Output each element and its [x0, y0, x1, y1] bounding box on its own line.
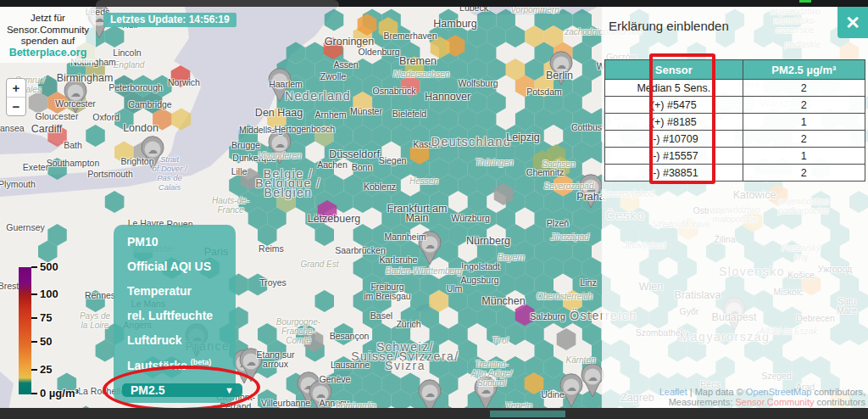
map-label: Besançon	[330, 332, 370, 341]
donation-text: Jetzt für	[0, 13, 96, 25]
map-label: Peterborough	[108, 83, 163, 92]
map-label: Nederland	[285, 92, 351, 101]
leaflet-link[interactable]: Leaflet	[659, 387, 687, 397]
table-row[interactable]: (+) #54752	[605, 97, 865, 114]
map-label: Bayern	[498, 253, 525, 262]
menu-selected-pm25[interactable]: PM2.5 ▼	[122, 383, 242, 397]
map-label: Middelburg	[239, 126, 283, 135]
map-label: Osnabrück	[373, 87, 416, 96]
map-label: Annecy	[319, 399, 348, 408]
map-label: Southampton	[47, 159, 99, 168]
selected-layer-label: PM2.5	[131, 383, 164, 397]
map-label: Guernsey	[6, 223, 45, 232]
map-label: Nürnberg	[466, 237, 510, 246]
map-label: Portsmouth	[87, 170, 133, 179]
map-label: Exeter	[23, 163, 48, 172]
zoom-in-button[interactable]: +	[7, 79, 25, 98]
map-label: Brugge	[231, 141, 260, 150]
menu-item-pm10[interactable]: PM10	[127, 235, 229, 249]
map-label: Bath	[64, 141, 82, 150]
map-label: Wolfsburg	[458, 79, 498, 88]
map-label: Haarlem	[269, 80, 303, 89]
explanation-toggle[interactable]: Erklärung einblenden	[609, 19, 729, 33]
map-label: Oxford	[92, 113, 120, 122]
map-label: Cardiff	[31, 125, 63, 134]
map-label: Genève	[320, 375, 351, 384]
menu-item-luftfeuchte[interactable]: rel. Luftfeuchte	[127, 309, 229, 322]
map-label: Kärnten	[565, 355, 595, 365]
map-label: Cambridge	[128, 100, 171, 109]
explanation-panel: Erklärung einblenden ✕ Sensor PM2.5 µg/m…	[602, 7, 868, 408]
browser-tab[interactable]	[96, 0, 339, 7]
map-label: Mannheim	[384, 232, 426, 242]
map-label: Ulm	[447, 284, 463, 293]
betterplace-link[interactable]: Betterplace.org	[0, 47, 96, 59]
map-label: Lëtzebuerg	[308, 215, 361, 224]
map-label: Belgie / Belgique / Belgien	[255, 170, 320, 198]
menu-item-luftdruck[interactable]: Luftdruck	[127, 333, 229, 347]
map-label: Bonn	[352, 163, 373, 172]
donation-box: Jetzt für Sensor.Community spenden auf B…	[0, 7, 96, 63]
table-row[interactable]: (+) #81851	[605, 114, 865, 131]
map-label: Siegen	[379, 156, 407, 165]
map-label: Würzburg	[451, 214, 490, 223]
table-row[interactable]: (-) #107092	[605, 131, 865, 148]
sensor-column-header: Sensor	[605, 60, 743, 80]
sensor-community-link[interactable]: Sensor.Community	[736, 397, 815, 407]
taskbar-item[interactable]	[490, 411, 565, 417]
map-label: München	[481, 297, 525, 306]
map-label: Hessen	[409, 176, 438, 186]
map-label: Villeurbanne	[261, 399, 310, 408]
map-label: Grand Est	[300, 260, 338, 269]
menu-item-aqi-us[interactable]: Official AQI US	[127, 260, 229, 273]
map-label: Potsdam	[526, 87, 561, 97]
map-label: Baden-Württemberg	[386, 266, 462, 276]
taskbar	[0, 408, 868, 419]
map-label: Saarbrücken	[335, 246, 386, 255]
map-label: Arnhem	[315, 110, 347, 120]
table-row[interactable]: (-) #388512	[605, 165, 865, 182]
map-label: Trentino- Alto Adige/ Südtirol	[471, 360, 512, 388]
sensor-table: Sensor PM2.5 µg/m³ Median 5 Sens.2 (+) #…	[604, 59, 865, 182]
map-attribution: Leaflet | Map data © OpenStreetMap contr…	[659, 388, 865, 407]
map-label: Vlaanderen	[258, 151, 301, 160]
map-label: Birmingham	[57, 74, 114, 83]
map-label: Den Haag	[255, 109, 303, 118]
map-label: Leipzig	[506, 133, 540, 142]
table-row[interactable]: (-) #155571	[605, 148, 865, 165]
map-label: Plymouth	[0, 180, 36, 189]
map-label: Salzburg	[530, 312, 565, 321]
map-label: Basel	[370, 311, 392, 321]
map-label: Praha	[576, 193, 604, 202]
map-label: Dunkerque	[232, 154, 275, 163]
map-label: England	[114, 60, 145, 70]
dropdown-arrow-icon: ▼	[225, 385, 234, 395]
map-label: s-Hertogenbosch	[267, 125, 335, 134]
map-label: Troyes	[259, 278, 287, 288]
close-panel-button[interactable]: ✕	[837, 7, 868, 38]
table-row[interactable]: Median 5 Sens.2	[605, 80, 865, 97]
map-label: Hauts-de- France	[212, 196, 249, 215]
map-label: Groningen	[325, 37, 374, 47]
osm-link[interactable]: OpenStreetMap	[746, 387, 812, 397]
map-label: Koblenz	[364, 182, 396, 192]
map-label: Strait of Dover / Pas de Calais	[152, 154, 186, 192]
map-label: Augsburg	[461, 276, 499, 285]
donation-text: Sensor.Community	[0, 25, 96, 36]
map-label: Thüringen	[475, 158, 513, 167]
map-label: Karlsruhe	[380, 255, 418, 265]
menu-item-lautstaerke[interactable]: Lautstärke (beta)	[127, 358, 229, 372]
map-label: Düsseldorf	[329, 150, 380, 159]
map-label: Bremerhaven	[383, 31, 437, 41]
map-label: Kassel	[413, 140, 440, 149]
map-label: Linz	[580, 278, 596, 288]
map-label: Gloucester	[36, 112, 79, 121]
value-column-header: PM2.5 µg/m³	[743, 60, 865, 80]
zoom-out-button[interactable]: −	[7, 98, 25, 115]
menu-item-temperatur[interactable]: Temperatur	[127, 284, 229, 298]
map-label: Berlin	[546, 71, 573, 81]
map-label: Bremen	[399, 57, 437, 66]
map-label: Udine	[541, 390, 564, 399]
map-label: London	[123, 124, 159, 133]
map-label: Rennes	[85, 291, 115, 300]
